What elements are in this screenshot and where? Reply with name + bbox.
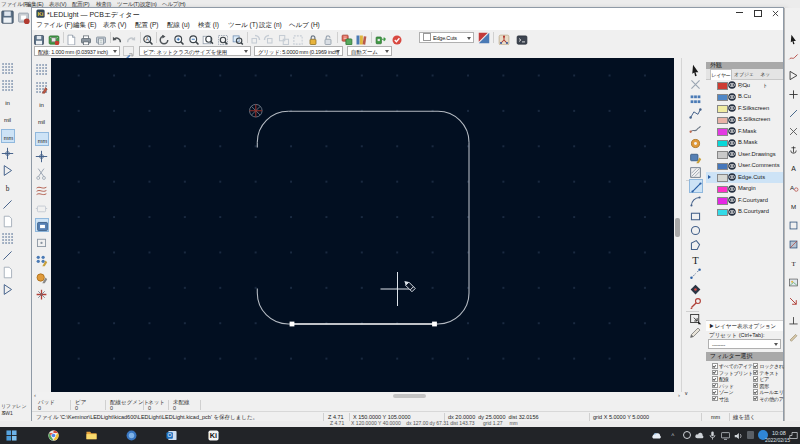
svg-text:mil: mil — [4, 117, 11, 123]
svg-text:T: T — [791, 260, 796, 267]
svg-text:Ki: Ki — [210, 431, 217, 440]
svg-text:b: b — [6, 184, 10, 193]
svg-text:M: M — [791, 203, 796, 210]
svg-text:mil: mil — [37, 119, 44, 125]
svg-text:T: T — [692, 255, 699, 266]
svg-text:Ki: Ki — [38, 11, 44, 17]
svg-text:O: O — [168, 432, 173, 438]
svg-text:in: in — [39, 101, 44, 108]
svg-text:A: A — [791, 165, 796, 172]
svg-text:mm: mm — [4, 135, 14, 141]
svg-text:in: in — [5, 99, 10, 106]
svg-text:mm: mm — [37, 137, 47, 143]
